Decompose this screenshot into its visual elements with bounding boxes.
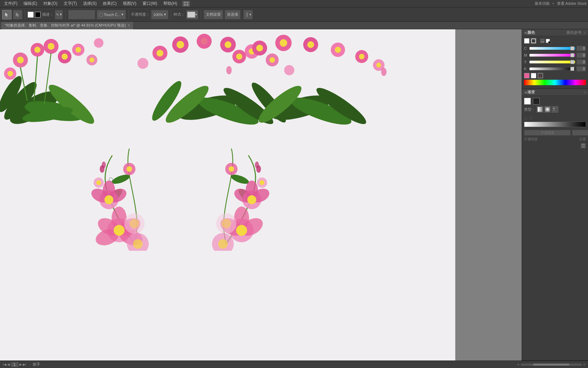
menu-view[interactable]: 视图(V) [120,0,139,7]
gradient-preview-bar[interactable] [524,122,586,127]
gradient-panel-collapse[interactable]: ◀ [524,90,527,94]
flower-center-left [82,135,187,251]
k-slider[interactable] [529,67,575,70]
current-tool-label: 抓手 [33,362,40,367]
stroke-dropdown[interactable]: ∿▾ [55,10,63,19]
svg-rect-1 [186,2,189,3]
c-slider[interactable] [529,47,575,50]
tab-close-btn[interactable]: × [128,24,130,27]
style-preview-btn[interactable]: ▾ [186,10,198,19]
menu-edit[interactable]: 编辑(E) [21,0,40,7]
status-bar: |◀ ◀ ▶ ▶| | 抓手 [0,361,588,368]
next-page-btn[interactable]: ▶ [19,363,22,366]
horizontal-scrollbar[interactable] [521,363,582,366]
color-fill-swatch[interactable] [524,38,529,44]
last-page-btn[interactable]: ▶| [23,363,27,366]
canvas-area[interactable] [0,29,522,361]
y-channel-row: Y [524,59,586,65]
adobe-stock-btn[interactable]: 查看 Adobe Stock [557,1,587,6]
gradient-location-input[interactable] [572,130,588,136]
gradient-delete-btn[interactable] [581,143,586,149]
c-value-input[interactable] [576,46,586,51]
color-stroke-swatch[interactable] [531,38,536,44]
linear-gradient-btn[interactable] [537,106,543,113]
menu-select[interactable]: 选择(S) [80,0,99,7]
svg-rect-128 [553,107,557,112]
artboard [0,29,455,361]
doc-settings-btn[interactable]: 文档设置 [203,10,223,19]
gradient-opacity-label: 不透明度 [524,137,538,142]
gradient-value-inputs [524,130,586,136]
gradient-dark-swatch[interactable] [533,98,540,105]
direct-select-tool-btn[interactable] [13,10,22,19]
menu-object[interactable]: 对象(O) [40,0,60,7]
opacity-value-btn[interactable]: 100% ▾ [151,10,168,19]
scroll-dot-2[interactable] [583,364,585,366]
fill-color-box[interactable] [28,12,34,18]
svg-line-31 [34,57,37,101]
stroke-weight-input[interactable] [68,10,95,19]
menu-help[interactable]: 帮助(H) [161,0,180,7]
gradient-labels-row: 不透明度 位置 [524,137,586,142]
preferences-btn[interactable]: 首选项 [225,10,241,19]
swap-colors-icon[interactable]: ↔ [540,39,544,43]
no-color-swatch[interactable]: / [538,73,543,78]
y-value-input[interactable] [576,59,586,65]
menu-right: 基本功能 ▾ 查看 Adobe Stock [535,1,587,6]
workspace-label[interactable]: 基本功能 [535,1,550,6]
svg-point-62 [256,45,263,51]
gradient-type-row: 类型： [524,106,586,113]
color-spectrum[interactable] [524,80,586,85]
svg-point-122 [255,162,259,168]
scroll-indicators [517,363,585,366]
svg-point-18 [34,47,40,53]
svg-point-6 [247,13,248,14]
toolbar-separator-1 [25,10,25,19]
menu-text[interactable]: 文字(T) [61,0,80,7]
svg-point-28 [89,58,94,62]
gradient-white-swatch[interactable] [524,98,531,105]
svg-rect-127 [545,107,550,112]
svg-point-73 [226,66,232,74]
page-number-input[interactable] [11,362,19,367]
svg-point-108 [236,225,247,236]
freeform-gradient-btn[interactable] [552,106,558,113]
m-value-input[interactable] [576,52,586,58]
svg-point-42 [177,41,184,48]
flower-top-right [212,29,389,125]
y-slider[interactable] [529,61,575,63]
m-slider[interactable] [529,54,575,57]
k-value-input[interactable] [576,66,586,72]
gradient-reverse-btn[interactable]: ▷ [530,115,534,120]
style-label: 样式： [174,12,185,17]
first-page-btn[interactable]: |◀ [3,363,6,366]
menu-file[interactable]: 文件(F) [1,0,20,7]
gradient-panel-menu[interactable]: ≡ [584,90,586,95]
gradient-action-row [524,143,586,149]
gradient-angle-btn[interactable]: △ [524,115,528,120]
active-color-white-swatch[interactable] [531,73,536,78]
svg-point-51 [137,58,148,69]
workspace-switcher-icon[interactable] [182,1,190,7]
radial-gradient-btn[interactable] [544,106,551,113]
selection-tool-btn[interactable] [2,10,12,19]
active-color-red-swatch[interactable] [524,73,529,78]
stroke-color-box[interactable] [35,12,41,18]
reset-colors-icon[interactable] [546,39,550,43]
svg-rect-136 [582,144,585,144]
gradient-opacity-input[interactable] [524,130,571,136]
touch-type-dropdown[interactable]: Touch C... ▾ [97,10,126,19]
color-reference-tab[interactable]: 颜色参考 [567,30,582,35]
page-navigation: |◀ ◀ ▶ ▶| [3,362,26,367]
scroll-dot-1[interactable] [517,364,519,366]
prev-page-btn[interactable]: ◀ [7,363,10,366]
color-panel-collapse[interactable]: ◀ [524,31,527,34]
document-tab[interactable]: *对象的选择、复制、变换、控制与对齐.ai* @ 44.91% (CMYK/GP… [1,22,134,29]
svg-point-70 [359,54,364,59]
menu-window[interactable]: 窗口(W) [140,0,160,7]
menu-bar: 文件(F) 编辑(E) 对象(O) 文字(T) 选择(S) 效果(C) 视图(V… [0,0,588,7]
menu-effect[interactable]: 效果(C) [100,0,119,7]
more-options-btn[interactable]: ▾ [243,10,253,19]
color-panel-menu[interactable]: ≡ [584,30,586,35]
svg-point-26 [76,47,81,52]
